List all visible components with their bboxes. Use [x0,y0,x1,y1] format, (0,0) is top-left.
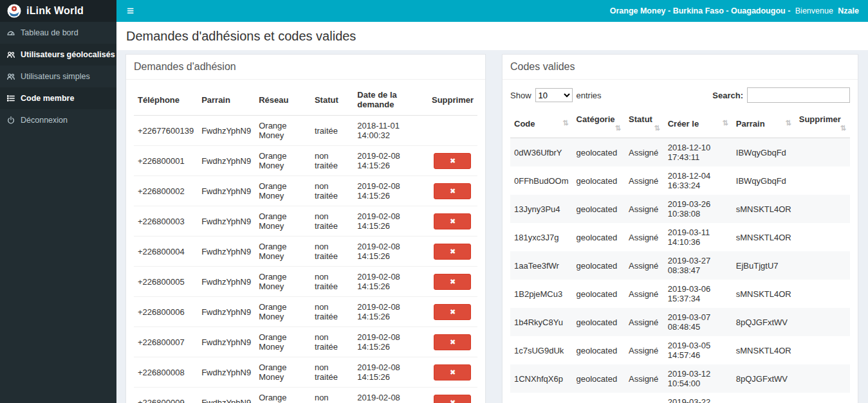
col-categorie[interactable]: Catégorie⇅ [573,109,625,138]
network-cell: Orange Money [255,116,311,146]
status-cell: Assigné [625,393,664,403]
delete-cell [795,280,850,308]
category-cell: geolocated [573,336,625,364]
sidebar: Tableau de bord Utilisateurs géolocalisé… [0,22,116,403]
network-cell: Orange Money [255,388,311,403]
date-cell: 2019-02-08 14:15:26 [353,176,428,206]
delete-request-button[interactable]: ✖ [434,364,471,381]
date-cell: 2019-02-08 14:15:26 [353,237,428,267]
phone-cell: +226800008 [134,357,198,388]
code-cell: 1B2pjeMCu3 [510,280,573,308]
dashboard-icon [6,28,15,37]
codes-panel: Codes valides Show 10 entries Search: [502,54,858,403]
code-cell: 1b4RkyC8Yu [510,308,573,336]
date-cell: 2019-02-08 14:15:26 [353,146,428,176]
created-cell: 2019-03-11 14:10:36 [664,223,732,251]
delete-cell [795,138,850,167]
created-cell: 2019-03-05 14:57:46 [664,336,732,364]
delete-request-button[interactable]: ✖ [434,304,471,320]
created-cell: 2019-03-22 08:45:22 [664,393,732,403]
delete-cell [795,251,850,280]
delete-request-button[interactable]: ✖ [434,395,471,403]
col-creer-le[interactable]: Créer le⇅ [664,109,732,138]
phone-cell: +226800006 [134,297,198,327]
created-cell: 2019-03-27 08:38:47 [664,251,732,280]
requests-panel-body: Téléphone Parrain Réseau Statut Date de … [126,80,485,403]
codes-header-row: Code⇅ Catégorie⇅ Statut⇅ Créer le⇅ Parra… [510,109,850,138]
created-cell: 2019-03-06 15:37:34 [664,280,732,308]
request-row: +226800009FwdhzYphN9Orange Moneynon trai… [134,388,477,403]
requests-panel: Demandes d'adhésion Téléphone Parrain Ré… [125,54,486,403]
search-input[interactable] [747,87,850,103]
sidebar-item-label: Utilisateurs simples [21,72,90,81]
delete-request-button[interactable]: ✖ [434,244,471,260]
delete-request-button[interactable]: ✖ [434,274,471,290]
page-size-select[interactable]: 10 [535,88,573,102]
sponsor-cell: EjBuTjgtU7 [732,393,795,403]
network-cell: Orange Money [255,357,311,388]
codes-panel-body: Show 10 entries Search: Code⇅ [503,80,858,403]
delete-cell: ✖ [428,176,477,206]
sponsor-cell: 8pQJGFxtWV [732,308,795,336]
col-code[interactable]: Code⇅ [510,109,573,138]
col-telephone: Téléphone [134,84,198,116]
code-cell: 0FFhBudOOm [510,166,573,195]
col-date-demande: Date de la demande [353,84,428,116]
code-cell: 1aaTee3fWr [510,251,573,280]
brand[interactable]: iLink World [0,0,116,22]
sponsor-cell: FwdhzYphN9 [198,267,255,297]
search-label: Search: [712,91,743,100]
request-row: +226800004FwdhzYphN9Orange Moneynon trai… [134,237,477,267]
sponsor-cell: IBWqyGbqFd [732,166,795,195]
sponsor-cell: FwdhzYphN9 [198,297,255,327]
sidebar-item-utilisateurs-simples[interactable]: Utilisateurs simples [0,66,116,87]
list-icon [6,94,15,103]
col-supprimer[interactable]: Supprimer⇅ [795,109,850,138]
col-statut[interactable]: Statut⇅ [625,109,664,138]
col-parrain[interactable]: Parrain⇅ [732,109,795,138]
sidebar-item-code-membre[interactable]: Code membre [0,87,116,109]
sponsor-cell: FwdhzYphN9 [198,357,255,388]
sponsor-cell: FwdhzYphN9 [198,327,255,357]
show-label: Show [510,91,531,100]
sponsor-cell: FwdhzYphN9 [198,206,255,237]
phone-cell: +226800007 [134,327,198,357]
delete-request-button[interactable]: ✖ [434,153,471,169]
sidebar-item-deconnexion[interactable]: Déconnexion [0,109,116,131]
phone-cell: +226800001 [134,146,198,176]
category-cell: geolocated [573,195,625,223]
sidebar-item-dashboard[interactable]: Tableau de bord [0,22,116,44]
delete-request-button[interactable]: ✖ [434,213,471,229]
delete-request-button[interactable]: ✖ [434,334,471,350]
status-cell: non traitée [311,176,353,206]
network-cell: Orange Money [255,327,311,357]
status-cell: non traitée [311,237,353,267]
delete-cell [795,223,850,251]
created-cell: 2018-12-04 16:33:24 [664,166,732,195]
topbar: iLink World ≡ Orange Money - Burkina Fas… [0,0,868,22]
category-cell: geolocated [573,251,625,280]
main-content: Demandes d'adhésions et codes valides De… [116,0,868,403]
sponsor-cell: FwdhzYphN9 [198,176,255,206]
category-cell: geolocated [573,280,625,308]
sponsor-cell: sMNSKTL4OR [732,195,795,223]
ilink-logo-icon [7,4,21,18]
sort-icon: ⇅ [654,124,660,132]
sidebar-item-utilisateurs-geolocalises[interactable]: Utilisateurs géolocalisés [0,44,116,66]
users-icon [6,72,15,81]
hamburger-menu-button[interactable]: ≡ [120,0,140,22]
status-cell: non traitée [311,267,353,297]
code-cell: 13Jyny3Pu4 [510,195,573,223]
status-cell: Assigné [625,195,664,223]
request-row: +226800003FwdhzYphN9Orange Moneynon trai… [134,206,477,237]
codes-table: Code⇅ Catégorie⇅ Statut⇅ Créer le⇅ Parra… [510,109,850,403]
delete-cell: ✖ [428,206,477,237]
phone-cell: +226800002 [134,176,198,206]
delete-request-button[interactable]: ✖ [434,183,471,199]
sort-icon: ⇅ [786,119,791,127]
code-row: 0FFhBudOOmgeolocatedAssigné2018-12-04 16… [510,166,850,195]
category-cell: geolocated [573,166,625,195]
delete-cell [795,308,850,336]
codes-table-controls: Show 10 entries Search: [510,84,850,109]
sort-icon: ⇅ [562,119,568,127]
